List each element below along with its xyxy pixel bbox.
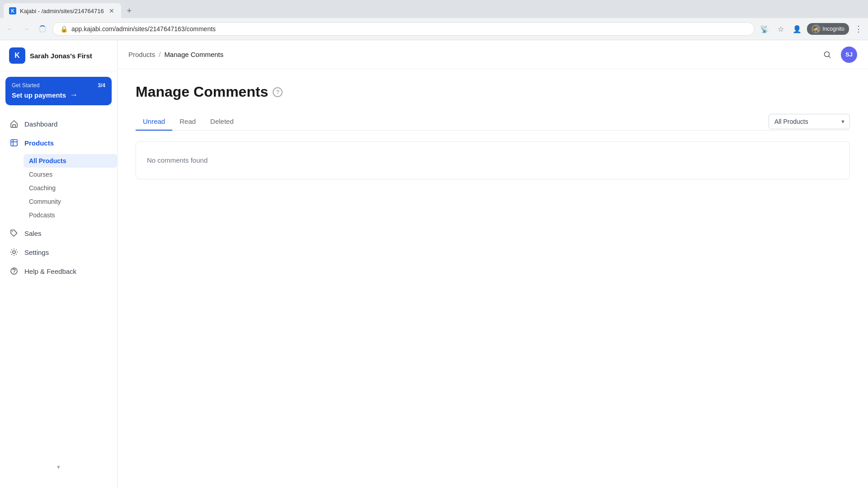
get-started-label: Get Started (12, 82, 39, 89)
empty-state-message: No comments found (147, 156, 208, 164)
svg-point-4 (14, 272, 14, 273)
sidebar-logo: K Sarah Jonas's First (0, 40, 117, 71)
tabs-row: Unread Read Deleted All Products (136, 113, 850, 131)
top-bar-actions: SJ (819, 47, 857, 63)
url-text: app.kajabi.com/admin/sites/2147647163/co… (71, 25, 216, 33)
sidebar: K Sarah Jonas's First Get Started 3/4 Se… (0, 40, 118, 488)
empty-state: No comments found (136, 141, 850, 179)
get-started-label-row: Get Started 3/4 (12, 82, 105, 89)
breadcrumb-products-link[interactable]: Products (128, 51, 155, 58)
tab-deleted[interactable]: Deleted (203, 113, 241, 131)
sidebar-nav: Dashboard Products All Products Courses … (0, 111, 117, 488)
sidebar-item-coaching[interactable]: Coaching (24, 181, 117, 195)
sidebar-item-label-products: Products (24, 139, 54, 147)
sidebar-item-label-help: Help & Feedback (24, 267, 76, 275)
svg-rect-0 (11, 140, 17, 146)
tab-read[interactable]: Read (172, 113, 203, 131)
get-started-action-text: Set up payments (12, 91, 66, 99)
breadcrumb-current: Manage Comments (164, 51, 223, 58)
breadcrumb: Products / Manage Comments (128, 51, 819, 58)
get-started-arrow-icon: → (70, 90, 78, 100)
sidebar-item-label-settings: Settings (24, 249, 49, 256)
incognito-button[interactable]: 🕵 Incognito (807, 23, 849, 35)
active-tab[interactable]: K Kajabi - /admin/sites/214764716 ✕ (4, 3, 121, 19)
get-started-banner[interactable]: Get Started 3/4 Set up payments → (5, 77, 112, 105)
cast-button[interactable]: 📡 (758, 23, 771, 35)
address-bar-row: ← → 🔒 app.kajabi.com/admin/sites/2147647… (0, 18, 868, 40)
page-content: Manage Comments ? Unread Read Deleted Al… (118, 69, 868, 488)
tab-close-button[interactable]: ✕ (108, 7, 116, 15)
get-started-action: Set up payments → (12, 90, 105, 100)
tab-favicon: K (9, 7, 16, 14)
search-button[interactable] (819, 47, 835, 63)
back-button[interactable]: ← (4, 23, 16, 35)
app-container: K Sarah Jonas's First Get Started 3/4 Se… (0, 40, 868, 488)
sidebar-item-dashboard[interactable]: Dashboard (0, 114, 117, 133)
page-title: Manage Comments (136, 84, 268, 100)
incognito-icon: 🕵 (811, 24, 821, 33)
sidebar-item-help[interactable]: Help & Feedback (0, 262, 117, 281)
sidebar-item-all-products[interactable]: All Products (24, 154, 117, 168)
tab-unread[interactable]: Unread (136, 113, 172, 131)
sidebar-item-community[interactable]: Community (24, 195, 117, 208)
top-bar: Products / Manage Comments SJ (118, 40, 868, 69)
svg-point-5 (825, 52, 830, 56)
sidebar-item-settings[interactable]: Settings (0, 243, 117, 262)
svg-point-1 (12, 231, 13, 232)
user-avatar[interactable]: SJ (841, 47, 857, 63)
svg-point-2 (13, 251, 15, 253)
sidebar-item-products[interactable]: Products (0, 133, 117, 152)
site-name: Sarah Jonas's First (30, 52, 92, 60)
box-icon (9, 138, 19, 148)
tabs-left: Unread Read Deleted (136, 113, 241, 130)
get-started-progress: 3/4 (98, 82, 105, 89)
main-content: Products / Manage Comments SJ Manage C (118, 40, 868, 488)
bookmark-button[interactable]: ☆ (774, 23, 787, 35)
user-initials: SJ (845, 51, 853, 58)
help-icon[interactable]: ? (273, 87, 283, 97)
products-subnav: All Products Courses Coaching Community … (0, 152, 117, 224)
browser-actions: 📡 ☆ 👤 🕵 Incognito ⋮ (758, 22, 864, 36)
reload-button[interactable] (36, 23, 49, 35)
page-title-row: Manage Comments ? (136, 84, 850, 100)
tab-title: Kajabi - /admin/sites/214764716 (20, 8, 104, 14)
logo-letter: K (14, 52, 20, 60)
home-icon (9, 119, 19, 129)
sidebar-item-sales[interactable]: Sales (0, 224, 117, 243)
incognito-label: Incognito (822, 26, 844, 32)
sidebar-scroll-indicator: ▼ (56, 464, 61, 470)
sidebar-item-label-dashboard: Dashboard (24, 120, 57, 128)
sidebar-item-courses[interactable]: Courses (24, 168, 117, 181)
browser-chrome: K Kajabi - /admin/sites/214764716 ✕ + ← … (0, 0, 868, 40)
product-filter-select[interactable]: All Products (769, 114, 850, 129)
gear-icon (9, 247, 19, 257)
lock-icon: 🔒 (60, 25, 68, 33)
address-bar[interactable]: 🔒 app.kajabi.com/admin/sites/2147647163/… (52, 22, 755, 36)
product-filter[interactable]: All Products (769, 114, 850, 129)
sidebar-item-podcasts[interactable]: Podcasts (24, 208, 117, 222)
help-circle-icon (9, 266, 19, 276)
new-tab-button[interactable]: + (123, 5, 136, 17)
browser-menu-button[interactable]: ⋮ (853, 22, 864, 36)
profile-button[interactable]: 👤 (791, 23, 803, 35)
forward-button[interactable]: → (20, 23, 33, 35)
loading-spinner (39, 25, 46, 33)
logo-icon: K (9, 47, 25, 64)
sidebar-item-label-sales: Sales (24, 230, 42, 237)
tag-icon (9, 228, 19, 238)
breadcrumb-separator: / (159, 51, 160, 58)
tab-bar: K Kajabi - /admin/sites/214764716 ✕ + (0, 0, 868, 18)
